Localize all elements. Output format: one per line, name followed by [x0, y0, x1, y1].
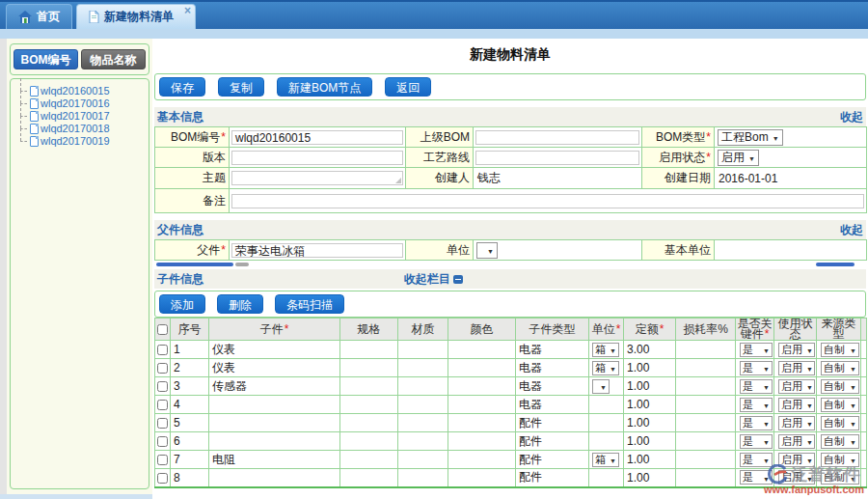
status-select[interactable]: 启用: [778, 434, 815, 449]
cell-quota: 1.00: [624, 451, 676, 469]
file-icon: [30, 86, 39, 97]
source-select[interactable]: 自制: [821, 379, 859, 394]
cell-color: [448, 414, 516, 432]
row-select-cell: [155, 469, 171, 487]
barcode-scan-button[interactable]: 条码扫描: [275, 294, 344, 314]
save-button[interactable]: 保存: [159, 77, 205, 97]
tab-current-label: 新建物料清单: [104, 9, 174, 25]
document-icon: [89, 11, 99, 23]
cell-is-key: 是: [736, 377, 774, 396]
select-all-checkbox[interactable]: [157, 324, 168, 335]
status-select[interactable]: 启用: [778, 343, 815, 357]
column-header-sliver: [861, 319, 867, 341]
tab-current[interactable]: 新建物料清单: [76, 4, 196, 29]
delete-row-button[interactable]: 删除: [217, 294, 263, 314]
source-select[interactable]: 自制: [821, 343, 859, 357]
creator-value: 钱志: [474, 171, 501, 184]
route-input[interactable]: [475, 151, 639, 165]
parent-collapse-link[interactable]: 收起: [840, 222, 863, 238]
bom-type-value: 工程Bom: [721, 129, 769, 146]
unit-select[interactable]: [592, 379, 610, 394]
key-select[interactable]: 是: [740, 398, 773, 412]
copy-button[interactable]: 复制: [218, 77, 264, 97]
source-select[interactable]: 自制: [821, 434, 859, 449]
scrollbar-thumb[interactable]: [816, 263, 854, 266]
home-icon: [18, 11, 32, 23]
cell-spec: [340, 432, 398, 451]
key-select-value: 是: [743, 379, 753, 394]
cell-spec: [340, 341, 398, 359]
status-select[interactable]: 启用: [778, 398, 815, 412]
required-mark: *: [706, 130, 711, 144]
unit-select[interactable]: 箱: [592, 361, 619, 375]
cell-seq: 3: [171, 377, 209, 396]
tree-item[interactable]: wlqd20170019: [17, 135, 147, 148]
subject-textarea[interactable]: [231, 171, 403, 185]
row-checkbox[interactable]: [157, 473, 168, 484]
cell-unit: 箱: [589, 359, 624, 377]
tab-home[interactable]: 首页: [6, 4, 72, 29]
status-select[interactable]: 启用: [778, 470, 815, 485]
add-row-button[interactable]: 添加: [159, 294, 205, 314]
cell-loss-rate: [676, 432, 736, 451]
remark-input[interactable]: [231, 194, 864, 208]
resize-handle-icon[interactable]: [395, 178, 401, 183]
table-row: 2仪表电器箱1.00是启用自制: [155, 359, 867, 377]
child-collapse-link[interactable]: 收起栏目: [404, 271, 463, 288]
unit-select[interactable]: 箱: [592, 343, 619, 357]
cell-use-status: 启用: [774, 469, 817, 487]
status-select[interactable]: 启用: [778, 379, 815, 394]
cell-sliver: [861, 432, 867, 451]
source-select[interactable]: 自制: [821, 398, 859, 412]
source-select[interactable]: 自制: [821, 416, 859, 430]
new-bom-node-button[interactable]: 新建BOM节点: [277, 77, 372, 97]
bom-number-toggle[interactable]: BOM编号: [14, 49, 78, 69]
scrollbar-thumb[interactable]: [235, 263, 249, 266]
enable-status-label: 启用状态: [659, 151, 705, 164]
row-checkbox[interactable]: [157, 363, 168, 374]
tree-item[interactable]: wlqd20160015: [17, 85, 147, 97]
key-select[interactable]: 是: [740, 361, 773, 375]
row-select-cell: [155, 341, 171, 359]
bom-no-input[interactable]: wlqd20160015: [231, 130, 403, 145]
status-select[interactable]: 启用: [778, 453, 815, 467]
item-name-toggle[interactable]: 物品名称: [81, 49, 146, 69]
basic-collapse-link[interactable]: 收起: [840, 109, 863, 125]
cell-seq: 8: [171, 469, 209, 487]
column-header: 规格: [340, 319, 398, 341]
version-input[interactable]: [231, 151, 403, 165]
cell-color: [448, 341, 516, 359]
collapse-columns-icon[interactable]: [453, 275, 463, 284]
scrollbar-thumb[interactable]: [156, 263, 233, 266]
row-checkbox[interactable]: [157, 400, 168, 410]
row-checkbox[interactable]: [157, 381, 168, 392]
file-icon: [30, 111, 39, 122]
source-select[interactable]: 自制: [821, 453, 859, 467]
unit-select[interactable]: 箱: [592, 453, 619, 467]
source-select[interactable]: 自制: [821, 361, 859, 375]
key-select[interactable]: 是: [740, 416, 773, 430]
key-select[interactable]: 是: [740, 343, 773, 357]
key-select[interactable]: 是: [740, 379, 773, 394]
enable-status-select[interactable]: 启用: [718, 150, 759, 166]
row-checkbox[interactable]: [157, 436, 168, 447]
key-select[interactable]: 是: [740, 470, 773, 485]
back-button[interactable]: 返回: [385, 77, 431, 97]
tree-item[interactable]: wlqd20170018: [17, 123, 147, 135]
status-select-value: 启用: [781, 434, 802, 449]
row-checkbox[interactable]: [157, 455, 168, 465]
bom-type-select[interactable]: 工程Bom: [718, 129, 783, 146]
tree-item[interactable]: wlqd20170016: [17, 97, 147, 110]
key-select[interactable]: 是: [740, 453, 773, 467]
status-select[interactable]: 启用: [778, 416, 815, 430]
row-checkbox[interactable]: [157, 418, 168, 429]
parent-item-input[interactable]: 荣事达电冰箱: [231, 243, 403, 258]
parent-bom-input[interactable]: [475, 130, 639, 145]
tree-item[interactable]: wlqd20170017: [17, 110, 147, 123]
status-select[interactable]: 启用: [778, 361, 815, 375]
key-select[interactable]: 是: [740, 434, 773, 449]
source-select[interactable]: 自制: [821, 470, 859, 485]
row-checkbox[interactable]: [157, 345, 168, 355]
unit-select[interactable]: [476, 242, 498, 259]
tab-close-icon[interactable]: [184, 5, 191, 16]
